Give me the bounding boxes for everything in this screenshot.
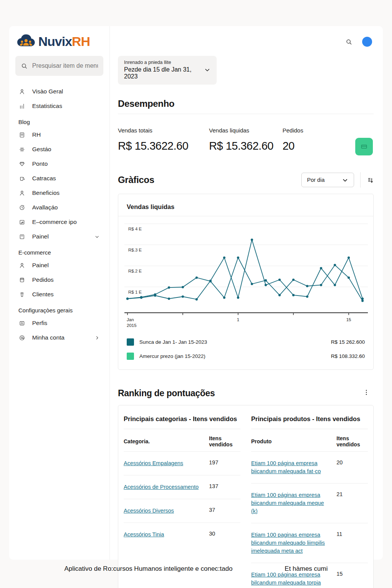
sidebar-item-label: Painel [32,233,49,240]
sidebar-item-minha-conta[interactable]: Minha conta [15,330,103,345]
sidebar-item-painel[interactable]: Painel [15,229,103,244]
table-row: Acessórios de Processamento 137 [124,475,240,499]
sidebar-item-label: Avallaçáo [32,204,58,211]
document-icon [18,131,25,138]
menu-search[interactable] [15,56,103,76]
performance-title: Desempenho [118,98,374,109]
date-range-selector[interactable]: Inrenado a pnieda llite Pezde dia 15 dle… [118,56,217,85]
item-link[interactable]: Etiam 100 páginas empresa bilcandum male… [251,571,333,587]
user-avatar[interactable] [362,37,372,47]
id-card-icon [18,320,25,327]
items-sold-value: 137 [206,475,240,499]
cloud-logo-icon [15,33,37,50]
svg-text:Jan: Jan [127,317,134,322]
interval-select[interactable]: Por dia [301,173,354,187]
date-range-value: Pezde dia 15 dle Jan 31, 2023 [124,66,204,80]
kpi-action-button[interactable] [355,138,373,155]
gear-icon [18,146,25,153]
app-logo: NuvixRH [15,33,90,50]
ranking-title: Ranking de pontuações [118,388,215,399]
sidebar: Visào GeralEstatisticasBlogRHGestáoPonto… [9,56,109,345]
ranking-column: Principais produtos - Itens vendidos Pro… [251,415,368,588]
svg-text:R$.3 E: R$.3 E [128,248,142,252]
column-header: Itens vendidos [206,429,240,452]
legend-value: R$ 108.332.60 [331,353,365,359]
sidebar-item-vis-o-geral[interactable]: Visào Geral [15,84,103,99]
items-sold-value: 37 [206,499,240,523]
sidebar-item-pedidos[interactable]: Pedidos [15,273,103,287]
kpi-label: Vendas totais [118,127,209,134]
date-range-caption: Inrenado a pnieda llite [124,60,204,65]
items-sold-value: 21 [333,483,368,523]
legend-value: R$ 15 262.600 [331,339,365,345]
sidebar-item-perfis[interactable]: Perfis [15,316,103,330]
menu-search-input[interactable] [32,62,98,69]
sidebar-item-e-commerce-ipo[interactable]: E–commerce ipo [15,215,103,229]
sidebar-divider [109,26,110,560]
sidebar-item-painel[interactable]: Painel [15,258,103,273]
kpi-vendas-totais: Vendas totais R$ 15.3622.60 [118,127,209,152]
sidebar-item-ponto[interactable]: Ponto [15,157,103,171]
legend-entry: Amercur prezo (jan 15-2022) R$ 108.332.6… [127,349,365,363]
kebab-menu-icon[interactable] [359,387,374,399]
bar-chart-icon [18,103,25,109]
items-sold-value: 11 [333,523,368,563]
table-row: Acessórios Diversos 37 [124,499,240,523]
items-sold-value: 30 [206,523,240,547]
item-link[interactable]: Acessórios Tinia [124,531,170,539]
image-icon [18,219,25,225]
kpi-vendas-liquidas: Vendas liquidas R$ 15.362.60 [209,127,283,152]
kpi-label: Vendas liquidas [209,127,283,134]
sidebar-section-label: Blog [15,113,103,127]
sales-chart-card: Vendas liquidas R$ 1 ER$.2 ER$.3 ER$ 4 E… [118,194,374,370]
sidebar-item-rh[interactable]: RH [15,127,103,142]
main-content: Inrenado a pnieda llite Pezde dia 15 dle… [118,56,374,588]
customer-icon [18,291,25,298]
legend-label: Sunca de Jan 1- Jan 15-2023 [139,339,207,345]
legend-swatch [127,338,134,346]
item-link[interactable]: Acessórios Empalagens [124,459,189,467]
sidebar-item-label: Beneficios [32,189,60,196]
item-link[interactable]: Etiam 100 página empresa biicandum maleq… [251,459,333,475]
footer-secondary: Et hàmes cumi [285,565,328,573]
chart-legend: Sunca de Jan 1- Jan 15-2023 R$ 15 262.60… [124,333,367,364]
item-link[interactable]: Acessórios de Processamento [124,483,204,491]
item-link[interactable]: Etiam 100 páginas empresa biicandum male… [251,491,333,515]
charts-title: Gràficos [118,175,154,185]
sidebar-item-clientes[interactable]: Clientes [15,287,103,302]
item-link[interactable]: Etiam 100 paginas empresa blicandum male… [251,531,333,555]
ranking-column-title: Principais categorias - Itens vendidos [124,415,240,429]
table-row: Acessórios Tinia 30 [124,523,240,547]
person-icon [18,262,25,269]
sidebar-nav: Visào GeralEstatisticasBlogRHGestáoPonto… [15,84,103,345]
sidebar-section-label: Configuraçòes gerais [15,302,103,316]
chart-title: Vendas liquidas [124,201,367,216]
table-row: Etiam 100 páginas empresa biicandum male… [251,483,368,523]
legend-label: Amercur prezo (jan 15-2022) [139,353,206,359]
sidebar-item-avalla-o[interactable]: Avallaçáo [15,200,103,215]
sidebar-item-catracas[interactable]: Catracas [15,171,103,186]
logo-text: NuvixRH [38,34,90,49]
history-icon [18,204,25,211]
sidebar-item-beneficios[interactable]: Beneficios [15,186,103,200]
person-icon [18,189,25,196]
panel-icon [18,233,25,240]
app-window: NuvixRH Visào GeralEstatisticasBlogRHGes… [9,26,383,560]
ranking-column-title: Principais produtos - Itens vendidos [251,415,368,429]
legend-swatch [127,353,134,360]
sidebar-item-gest-o[interactable]: Gestáo [15,142,103,157]
items-sold-value: 197 [206,452,240,475]
items-sold-value: 20 [333,452,368,483]
table-row: Etiam 100 paginas empresa blicandum male… [251,523,368,563]
table-row: Acessórios Empalagens 197 [124,452,240,475]
item-link[interactable]: Acessórios Diversos [124,507,179,515]
chevron-down-icon [204,67,211,74]
sidebar-item-label: Perfis [32,320,47,327]
controls-divider [360,172,361,188]
package-icon [18,276,25,283]
ranking-column: Principais categorias - Itens vendidos C… [124,415,240,588]
sort-descending-icon[interactable] [367,175,374,185]
line-chart[interactable]: R$ 1 ER$.2 ER$.3 ER$ 4 EJan2015115 [124,216,367,333]
search-icon[interactable] [345,38,352,46]
sidebar-item-estatisticas[interactable]: Estatisticas [15,99,103,113]
